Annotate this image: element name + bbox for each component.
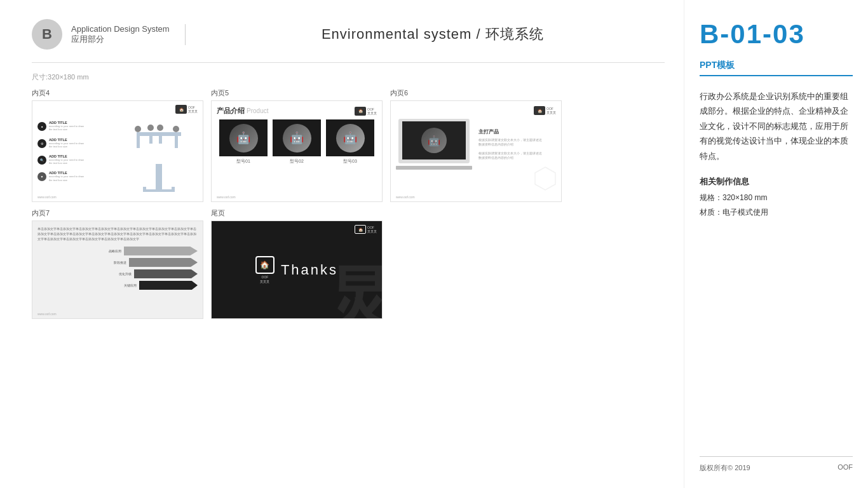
sidebar-meta-title: 相关制作信息 bbox=[700, 176, 853, 187]
laptop-base bbox=[396, 166, 472, 170]
product-img-1: 🤖 bbox=[219, 119, 268, 156]
arrow-shape-1 bbox=[124, 247, 198, 255]
slide5-logo: 🏠 OOF炅炅炅 bbox=[355, 107, 377, 116]
header-text: Application Design System 应用部分 bbox=[71, 24, 186, 45]
slide4-url: www.oof.com bbox=[37, 195, 57, 199]
tree-icon-2: ⚙ bbox=[37, 139, 46, 148]
slide6-header: 🏠 OOF炅炅炅 bbox=[396, 106, 556, 115]
thanks-corner-logo: 🏠 OOF炅炅炅 bbox=[355, 225, 377, 234]
logo-circle: B bbox=[32, 19, 62, 50]
sidebar-material: 材质：电子模式使用 bbox=[700, 207, 853, 218]
thanks-bg-char: 炅 bbox=[328, 264, 382, 318]
robot-3: 🤖 bbox=[336, 124, 365, 152]
tree-icon-1: ● bbox=[37, 122, 46, 131]
arrow-shape-2 bbox=[129, 258, 198, 267]
product-img-3: 🤖 bbox=[326, 119, 374, 156]
svg-point-7 bbox=[147, 125, 154, 131]
slide-frame-thanks[interactable]: 🏠 OOF炅炅炅 Thanks 炅 🏠 bbox=[211, 220, 383, 319]
app-subtitle: 应用部分 bbox=[71, 34, 170, 45]
thanks-logo: 🏠 OOF炅炅炅 bbox=[255, 256, 275, 283]
product-list: 🤖 型号01 🤖 bbox=[217, 119, 377, 165]
app-title: Application Design System bbox=[71, 24, 170, 34]
slide5-logo-text: OOF炅炅炅 bbox=[367, 107, 377, 115]
slide-item-7[interactable]: 内页7 单击添加文字单击添加文字单击添加文字单击添加文字单击添加文字单击添加文字… bbox=[32, 208, 203, 319]
tree-desc-3: according to your need to drawthe text b… bbox=[49, 158, 84, 165]
sidebar-spec: 规格：320×180 mm bbox=[700, 193, 853, 203]
sidebar-code: B-01-03 bbox=[700, 19, 853, 50]
slide-frame-6[interactable]: 🏠 OOF炅炅炅 bbox=[390, 100, 562, 202]
laptop-screen-content: 🤖 bbox=[421, 128, 447, 153]
slide6-logo-text: OOF炅炅炅 bbox=[546, 107, 556, 114]
svg-point-6 bbox=[135, 126, 141, 132]
slide6-desc2: 根据实际调查请文联文本大小，请主题讲述近数据资料信息内容的介绍 bbox=[478, 151, 556, 161]
sidebar-divider bbox=[700, 75, 853, 76]
arrow-row-3: 优化升级 bbox=[106, 269, 198, 278]
slide-item-thanks[interactable]: 尾页 🏠 OOF炅炅炅 Thanks 炅 bbox=[211, 208, 383, 319]
slide-frame-4[interactable]: ● ADD TITLE according to your need to dr… bbox=[32, 100, 203, 202]
product-label-2: 型号02 bbox=[290, 158, 304, 165]
sidebar-description: 行政办公系统是企业识别系统中的重要组成部分。根据企业的特点、企业精神及企业文化，… bbox=[700, 89, 853, 163]
svg-rect-3 bbox=[149, 132, 153, 144]
header-center-title: Environmental system / 环境系统 bbox=[201, 25, 665, 44]
right-sidebar: B-01-03 PPT模板 行政办公系统是企业识别系统中的重要组成部分。根据企业… bbox=[684, 0, 868, 488]
slides-section: 内页4 ● ADD TITLE according to your need t… bbox=[32, 88, 665, 475]
arrow-row-4: 关键应用 bbox=[111, 281, 198, 290]
arrow-label-3: 优化升级 bbox=[106, 272, 132, 276]
tree-visual bbox=[120, 107, 198, 196]
slide6-logo-icon: 🏠 bbox=[534, 106, 545, 115]
slide-item-4[interactable]: 内页4 ● ADD TITLE according to your need t… bbox=[32, 88, 203, 202]
logo-letter: B bbox=[42, 26, 52, 43]
slide-label-5: 内页5 bbox=[211, 88, 383, 98]
size-label: 尺寸:320×180 mm bbox=[32, 72, 665, 82]
product-img-2: 🤖 bbox=[273, 119, 321, 156]
slides-row-2: 内页7 单击添加文字单击添加文字单击添加文字单击添加文字单击添加文字单击添加文字… bbox=[32, 208, 665, 319]
product-2: 🤖 型号02 bbox=[273, 119, 321, 165]
thanks-corner-icon: 🏠 bbox=[355, 225, 366, 234]
slide4-logo-text: OOF炅炅炅 bbox=[188, 105, 198, 113]
slide6-desc: 根据实际调查请文联文本大小，请主题讲述近数据资料信息内容的介绍 bbox=[478, 138, 556, 147]
slides-row-1: 内页4 ● ADD TITLE according to your need t… bbox=[32, 88, 665, 202]
sidebar-section-title: PPT模板 bbox=[700, 60, 853, 71]
laptop-screen: 🤖 bbox=[402, 121, 466, 159]
slide-frame-5[interactable]: 产品介绍 Product 🏠 OOF炅炅炅 bbox=[211, 100, 383, 202]
footer-brand: OOF bbox=[837, 463, 853, 473]
slide7-url: www.oof.com bbox=[37, 312, 57, 316]
arrow-row-2: 阶段推进 bbox=[101, 258, 198, 267]
thanks-container: 🏠 OOF炅炅炅 Thanks 炅 🏠 bbox=[212, 221, 382, 318]
slide6-main-title: 主打产品 bbox=[478, 128, 556, 135]
slide-frame-7[interactable]: 单击添加文字单击添加文字单击添加文字单击添加文字单击添加文字单击添加文字单击添加… bbox=[32, 220, 203, 319]
thanks-logo-box: 🏠 bbox=[255, 256, 275, 274]
arrow-shape-3 bbox=[134, 269, 198, 278]
footer-copyright: 版权所有© 2019 bbox=[700, 463, 750, 473]
robot-1: 🤖 bbox=[229, 124, 258, 152]
product-1: 🤖 型号01 bbox=[219, 119, 268, 165]
arrow-row-1: 战略应用 bbox=[96, 247, 198, 255]
svg-rect-11 bbox=[143, 187, 146, 192]
slide5-url: www.oof.com bbox=[217, 195, 236, 199]
svg-point-8 bbox=[157, 125, 163, 131]
hex-decoration bbox=[532, 166, 558, 194]
sidebar-footer: 版权所有© 2019 OOF bbox=[700, 456, 853, 473]
robot-2: 🤖 bbox=[283, 124, 311, 152]
arrow-label-4: 关键应用 bbox=[111, 283, 137, 287]
svg-rect-5 bbox=[175, 132, 178, 148]
tree-items: ● ADD TITLE according to your need to dr… bbox=[37, 121, 120, 182]
slide6-url: www.oof.com bbox=[396, 195, 415, 199]
tree-icon-4: ▼ bbox=[37, 172, 46, 181]
main-content: B Application Design System 应用部分 Environ… bbox=[0, 0, 684, 488]
slide4-logo: 🏠 OOF炅炅炅 bbox=[175, 105, 198, 114]
slide-item-6[interactable]: 内页6 🏠 OOF炅炅炅 bbox=[390, 88, 562, 202]
tree-desc-1: according to your need to drawthe text b… bbox=[49, 125, 84, 131]
arrow-label-2: 阶段推进 bbox=[101, 261, 126, 264]
product-label-3: 型号03 bbox=[343, 158, 357, 165]
svg-marker-14 bbox=[535, 167, 555, 190]
slide-item-5[interactable]: 内页5 产品介绍 Product 🏠 OOF炅炅 bbox=[211, 88, 383, 202]
arrow-shape-4 bbox=[139, 281, 198, 290]
header: B Application Design System 应用部分 Environ… bbox=[32, 19, 665, 63]
svg-rect-4 bbox=[159, 132, 162, 144]
slide-label-7: 内页7 bbox=[32, 208, 203, 218]
laptop-container: 🤖 bbox=[396, 119, 472, 170]
laptop-frame: 🤖 bbox=[398, 119, 470, 163]
slide-label-6: 内页6 bbox=[390, 88, 562, 98]
tree-icon-3: 🔍 bbox=[37, 156, 46, 165]
